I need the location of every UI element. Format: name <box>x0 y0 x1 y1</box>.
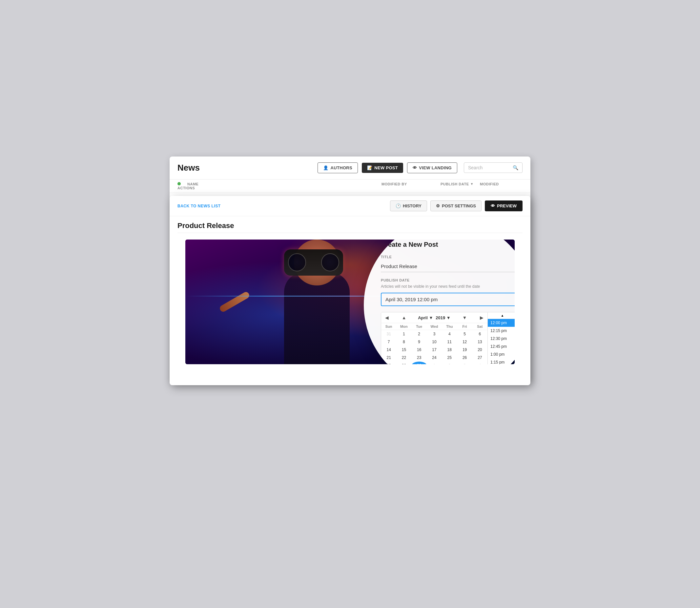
time-item-1200[interactable]: 12:00 pm <box>488 319 515 327</box>
cal-week-2: 7 8 9 10 11 12 13 <box>381 338 487 346</box>
cal-day[interactable]: 6 <box>472 330 487 338</box>
cal-day[interactable]: 5 <box>457 330 472 338</box>
preview-label: PREVIEW <box>497 204 517 208</box>
title-label: TITLE <box>381 255 515 259</box>
cal-day[interactable]: 19 <box>457 346 472 354</box>
person-body <box>284 272 350 364</box>
preview-icon: 👁 <box>491 204 495 208</box>
publish-date-label: PUBLISH DATE <box>381 278 515 282</box>
cal-day[interactable]: 11 <box>442 338 457 346</box>
col-name: NAME <box>187 182 316 186</box>
col-status <box>177 182 187 186</box>
circle-modal-content: Create a New Post TITLE PUBLISH DATE Art… <box>364 240 515 364</box>
cal-prev-year-btn[interactable]: ◀ <box>384 314 390 321</box>
editor-header-row: Product Release <box>170 216 530 233</box>
news-list-title: News <box>177 163 314 173</box>
cal-day[interactable]: 9 <box>412 338 427 346</box>
cal-day-headers: Sun Mon Tue Wed Thu Fri Sat <box>381 323 487 330</box>
history-label: HISTORY <box>403 204 422 208</box>
cal-day[interactable]: 3 <box>427 330 442 338</box>
up-arrow-icon: ▲ <box>501 314 504 317</box>
cal-week-3: 14 15 16 17 18 19 20 <box>381 346 487 354</box>
publish-date-form-group: PUBLISH DATE Articles will not be visibl… <box>381 278 515 306</box>
cal-day[interactable]: 18 <box>442 346 457 354</box>
cal-week-4: 21 22 23 24 25 26 27 <box>381 354 487 362</box>
title-input[interactable] <box>381 261 515 272</box>
time-item-1245[interactable]: 12:45 pm <box>488 343 515 350</box>
time-up-button[interactable]: ▲ <box>488 312 515 319</box>
cal-day[interactable]: 27 <box>472 354 487 362</box>
search-input[interactable] <box>468 165 511 170</box>
time-item-115[interactable]: 1:15 pm <box>488 358 515 364</box>
section-divider <box>177 233 523 233</box>
history-button[interactable]: 🕐 HISTORY <box>390 201 427 211</box>
cal-day[interactable]: 4 <box>472 362 487 364</box>
cal-day[interactable]: 25 <box>442 354 457 362</box>
editor-content-area: Create a New Post TITLE PUBLISH DATE Art… <box>177 240 523 364</box>
cal-day[interactable]: 23 <box>412 354 427 362</box>
cal-day[interactable]: 24 <box>427 354 442 362</box>
post-settings-icon: ⚙ <box>436 204 440 208</box>
preview-button[interactable]: 👁 PREVIEW <box>485 201 523 211</box>
time-list: ▲ 12:00 pm 12:15 pm 12:30 pm 12:45 pm 1:… <box>487 312 515 364</box>
back-to-news-link[interactable]: BACK TO NEWS LIST <box>177 204 221 208</box>
editor-card: BACK TO NEWS LIST 🕐 HISTORY ⚙ POST SETTI… <box>170 196 530 385</box>
cal-day[interactable]: 13 <box>472 338 487 346</box>
cal-day[interactable]: 8 <box>396 338 411 346</box>
cal-week-1: 31 1 2 3 4 5 6 <box>381 330 487 338</box>
cal-day-selected[interactable]: 30 <box>412 362 427 364</box>
status-indicator <box>177 182 181 185</box>
cal-year: 2019 ▼ <box>435 315 450 320</box>
calendar: ◀ ▲ April ▼ 2019 ▼ ▼ ▶ <box>381 312 487 364</box>
post-settings-button[interactable]: ⚙ POST SETTINGS <box>430 201 482 211</box>
publish-date-hint: Articles will not be visible in your new… <box>381 284 515 289</box>
cal-day[interactable]: 20 <box>472 346 487 354</box>
cal-day[interactable]: 12 <box>457 338 472 346</box>
view-landing-button[interactable]: 👁 VIEW LANDING <box>407 163 457 173</box>
calendar-wrapper: ◀ ▲ April ▼ 2019 ▼ ▼ ▶ <box>381 312 515 364</box>
cal-day[interactable]: 4 <box>442 330 457 338</box>
time-item-1215[interactable]: 12:15 pm <box>488 327 515 335</box>
time-item-100[interactable]: 1:00 pm <box>488 350 515 358</box>
view-landing-label: VIEW LANDING <box>419 165 452 170</box>
cal-next-year-btn[interactable]: ▶ <box>479 314 485 321</box>
title-form-group: TITLE <box>381 255 515 272</box>
cal-day[interactable]: 1 <box>427 362 442 364</box>
cal-day[interactable]: 10 <box>427 338 442 346</box>
lens-left <box>288 253 306 271</box>
publish-date-input[interactable] <box>381 293 515 306</box>
time-item-1230[interactable]: 12:30 pm <box>488 335 515 343</box>
cal-next-month-btn[interactable]: ▼ <box>461 314 468 321</box>
view-landing-icon: 👁 <box>413 165 417 170</box>
col-publish-date[interactable]: PUBLISH DATE ▼ <box>441 182 480 186</box>
cal-day[interactable]: 31 <box>381 330 396 338</box>
scene: News 👤 AUTHORS 📝 NEW POST 👁 VIEW LANDING… <box>170 156 530 452</box>
authors-label: AUTHORS <box>331 165 352 170</box>
cal-day[interactable]: 14 <box>381 346 396 354</box>
authors-button[interactable]: 👤 AUTHORS <box>317 163 358 173</box>
pointing-hand <box>219 291 251 313</box>
cal-day[interactable]: 7 <box>381 338 396 346</box>
cal-day[interactable]: 2 <box>412 330 427 338</box>
history-icon: 🕐 <box>395 204 401 208</box>
cal-day[interactable]: 22 <box>396 354 411 362</box>
new-post-button[interactable]: 📝 NEW POST <box>362 163 403 173</box>
cal-day[interactable]: 17 <box>427 346 442 354</box>
new-post-label: NEW POST <box>374 165 398 170</box>
circle-modal: Create a New Post TITLE PUBLISH DATE Art… <box>364 240 515 364</box>
editor-top-bar: BACK TO NEWS LIST 🕐 HISTORY ⚙ POST SETTI… <box>170 196 530 216</box>
cal-day[interactable]: 29 <box>396 362 411 364</box>
cal-day[interactable]: 2 <box>442 362 457 364</box>
cal-day[interactable]: 15 <box>396 346 411 354</box>
cal-day[interactable]: 26 <box>457 354 472 362</box>
cal-day[interactable]: 3 <box>457 362 472 364</box>
cal-day[interactable]: 16 <box>412 346 427 354</box>
cal-day[interactable]: 1 <box>396 330 411 338</box>
cal-prev-month-btn[interactable]: ▲ <box>401 314 408 321</box>
calendar-nav: ◀ ▲ April ▼ 2019 ▼ ▼ ▶ <box>381 312 487 323</box>
cal-week-5: 28 29 30 1 2 3 4 <box>381 362 487 364</box>
col-modified-by: MODIFIED BY <box>382 182 441 186</box>
table-header: NAME MODIFIED BY PUBLISH DATE ▼ MODIFIED… <box>170 179 530 193</box>
lens-right <box>321 253 339 271</box>
col-actions: ACTIONS <box>177 186 187 190</box>
